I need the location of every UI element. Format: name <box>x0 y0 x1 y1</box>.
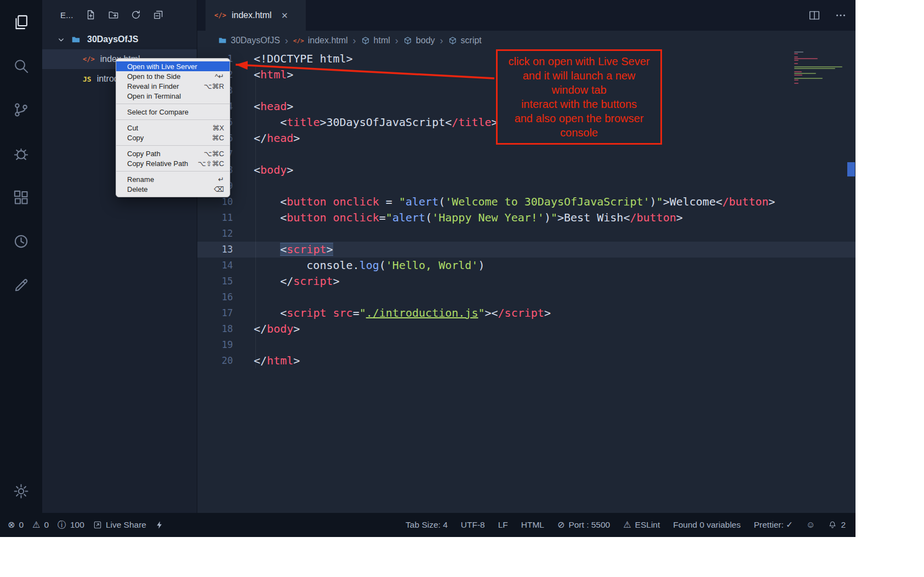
code-line[interactable]: 8<body> <box>197 162 855 178</box>
status-html[interactable]: HTML <box>521 520 544 530</box>
close-icon[interactable]: × <box>282 10 288 21</box>
menu-group: Rename↵Delete⌫ <box>116 171 230 194</box>
line-number[interactable]: 19 <box>197 337 233 353</box>
status-tab-size-4[interactable]: Tab Size: 4 <box>406 520 448 530</box>
minimap-line <box>794 58 818 59</box>
line-number[interactable]: 13 <box>197 242 233 258</box>
code-line[interactable]: 12 <box>197 226 855 242</box>
breadcrumb-html[interactable]: html <box>361 36 390 45</box>
code-text: <html> <box>233 67 293 83</box>
minimap[interactable] <box>794 52 845 84</box>
menu-item-shortcut: ⌥⌘C <box>204 150 224 158</box>
folder-icon <box>71 35 81 44</box>
line-number[interactable]: 12 <box>197 226 233 242</box>
menu-item-copy-path[interactable]: Copy Path⌥⌘C <box>116 148 230 158</box>
tabs: </>index.html× <box>206 0 306 31</box>
activity-search[interactable] <box>8 52 35 80</box>
activity-bar-bottom <box>8 477 35 509</box>
menu-item-open-to-the-side[interactable]: Open to the Side^↵ <box>116 71 230 81</box>
status-label: ESLint <box>635 520 660 530</box>
files-icon <box>13 14 30 31</box>
more-icon[interactable] <box>835 9 847 21</box>
menu-item-open-with-live-server[interactable]: Open with Live Server <box>116 61 230 71</box>
code-line[interactable]: 7 <box>197 146 855 162</box>
status-utf-8[interactable]: UTF-8 <box>461 520 485 530</box>
code-line[interactable]: 13 <script> <box>197 242 855 258</box>
line-number[interactable]: 20 <box>197 353 233 369</box>
activity-settings[interactable] <box>8 477 35 505</box>
code-line[interactable]: 11 <button onclick="alert('Happy New Yea… <box>197 210 855 226</box>
status-live-share[interactable]: Live Share <box>93 520 146 530</box>
menu-item-copy-relative-path[interactable]: Copy Relative Path⌥⇧⌘C <box>116 158 230 168</box>
tab-index-html[interactable]: </>index.html× <box>206 0 306 31</box>
status-bar-left: ⊗0⚠0ⓘ100Live Share <box>0 520 164 530</box>
code-line[interactable]: 19 <box>197 337 855 353</box>
status-prettier[interactable]: Prettier: ✓ <box>754 520 793 530</box>
activity-bar-top <box>8 8 35 477</box>
code-line[interactable]: 16 <box>197 289 855 305</box>
breadcrumb-30daysofjs[interactable]: 30DaysOfJS <box>218 36 280 45</box>
activity-history[interactable] <box>8 227 35 255</box>
menu-item-reveal-in-finder[interactable]: Reveal in Finder⌥⌘R <box>116 81 230 91</box>
refresh-icon[interactable] <box>130 9 141 20</box>
menu-item-cut[interactable]: Cut⌘X <box>116 123 230 133</box>
new-file-icon[interactable] <box>85 9 96 20</box>
code-line[interactable]: 15 </script> <box>197 273 855 289</box>
minimap-line <box>794 60 798 61</box>
new-folder-icon[interactable] <box>108 9 119 20</box>
code-line[interactable]: 14 console.log('Hello, World') <box>197 258 855 273</box>
breadcrumb-index-html[interactable]: </>index.html <box>293 36 348 45</box>
status-100[interactable]: ⓘ100 <box>58 520 84 530</box>
minimap-line <box>794 52 803 53</box>
status-lf[interactable]: LF <box>498 520 508 530</box>
warning-icon: ⚠ <box>32 521 40 529</box>
activity-debug[interactable] <box>8 139 35 168</box>
line-number[interactable]: 16 <box>197 289 233 305</box>
line-number[interactable]: 15 <box>197 273 233 289</box>
menu-item-shortcut: ↵ <box>218 175 224 184</box>
code-text: <script src="./introduction.js"></script… <box>233 305 551 321</box>
pen-icon <box>13 277 30 294</box>
status-label: LF <box>498 520 508 530</box>
status-0[interactable]: ⊗0 <box>8 520 24 530</box>
code-line[interactable]: 10 <button onclick = "alert('Welcome to … <box>197 194 855 210</box>
breadcrumb-body[interactable]: body <box>403 36 435 45</box>
tree-root-folder[interactable]: 30DaysOfJS <box>42 30 197 49</box>
status-smiley-icon[interactable]: ☺ <box>806 521 815 529</box>
activity-source-control[interactable] <box>8 95 35 124</box>
line-number[interactable]: 11 <box>197 210 233 226</box>
code-line[interactable]: 17 <script src="./introduction.js"></scr… <box>197 305 855 321</box>
menu-item-label: Rename <box>127 175 154 184</box>
eslint-warning-icon: ⚠ <box>623 521 631 529</box>
split-editor-icon[interactable] <box>808 9 820 21</box>
line-number[interactable]: 14 <box>197 258 233 273</box>
minimap-line <box>794 83 798 84</box>
menu-item-rename[interactable]: Rename↵ <box>116 174 230 184</box>
status-found-0-variables[interactable]: Found 0 variables <box>673 520 740 530</box>
activity-pen[interactable] <box>8 271 35 299</box>
minimap-line <box>794 78 823 79</box>
menu-item-delete[interactable]: Delete⌫ <box>116 184 230 194</box>
menu-item-select-for-compare[interactable]: Select for Compare <box>116 107 230 117</box>
status-lightning-icon[interactable] <box>155 521 164 529</box>
menu-item-open-in-terminal[interactable]: Open in Terminal <box>116 91 230 101</box>
menu-item-copy[interactable]: Copy⌘C <box>116 133 230 142</box>
breadcrumb-script[interactable]: script <box>448 36 482 45</box>
status-label: Prettier: ✓ <box>754 520 793 530</box>
activity-files[interactable] <box>8 8 35 36</box>
line-number[interactable]: 17 <box>197 305 233 321</box>
code-text: console.log('Hello, World') <box>233 258 484 273</box>
scrollbar-decoration[interactable] <box>847 162 855 176</box>
status-2[interactable]: 2 <box>828 520 846 530</box>
menu-item-shortcut: ⌥⇧⌘C <box>198 159 224 168</box>
status-port-5500[interactable]: ⊘Port : 5500 <box>557 520 610 530</box>
code-line[interactable]: 9 <box>197 178 855 194</box>
line-number[interactable]: 18 <box>197 321 233 337</box>
collapse-all-icon[interactable] <box>153 9 164 20</box>
status-0[interactable]: ⚠0 <box>32 520 49 530</box>
status-eslint[interactable]: ⚠ESLint <box>623 520 660 530</box>
annotation-line: interact with the buttons <box>509 97 650 111</box>
activity-extensions[interactable] <box>8 183 35 212</box>
code-line[interactable]: 18</body> <box>197 321 855 337</box>
code-line[interactable]: 20</html> <box>197 353 855 369</box>
